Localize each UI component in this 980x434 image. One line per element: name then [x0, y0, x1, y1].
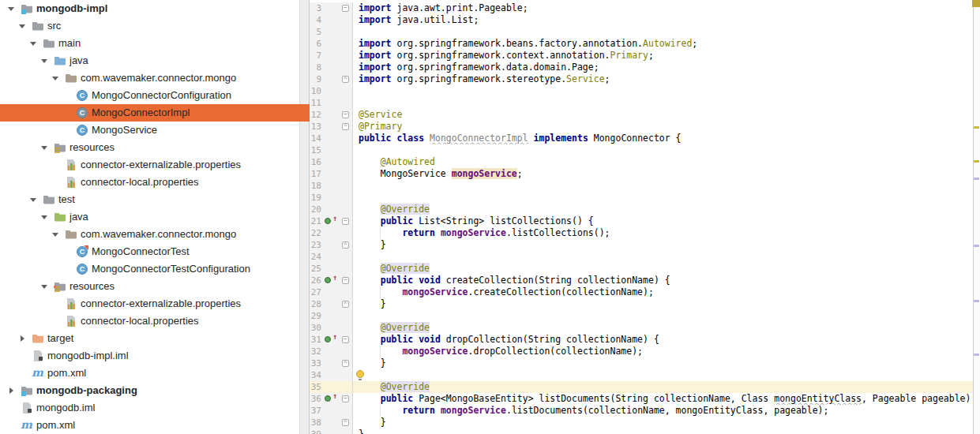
code-line[interactable]: 18 [310, 180, 980, 192]
tree-item-mongoconnectorimpl[interactable]: CMongoConnectorImpl [0, 104, 310, 122]
code-line[interactable]: 16 @Autowired [310, 156, 980, 168]
code-line[interactable]: 37 return mongoService.listDocuments(col… [310, 405, 980, 417]
tree-item-pom-xml[interactable]: mpom.xml [0, 365, 310, 382]
fold-marker-icon[interactable]: − [342, 111, 349, 118]
code-line[interactable]: 36↑− public Page<MongoBaseEntity> listDo… [310, 393, 980, 405]
fold-marker-icon[interactable]: − [342, 218, 349, 225]
code-line[interactable]: 32 mongoService.dropCollection(collectio… [310, 346, 980, 357]
tree-item-mongodb-impl-iml[interactable]: mongodb-impl.iml [0, 347, 310, 365]
fold-marker-icon[interactable]: − [342, 395, 349, 402]
stripe-mark-warning[interactable] [974, 126, 979, 129]
code-line[interactable]: 13^@Primary [310, 121, 980, 133]
error-stripe-scrollbar[interactable] [973, 0, 980, 434]
code-line[interactable]: 34 [310, 369, 980, 381]
fold-marker-icon[interactable]: ^ [342, 241, 349, 249]
stripe-mark-warning[interactable] [974, 160, 979, 163]
tree-item-java[interactable]: java [0, 208, 310, 226]
stripe-mark-ident[interactable] [974, 354, 979, 356]
fold-marker-icon[interactable]: ^ [342, 419, 349, 426]
code-line[interactable]: 4import java.util.List; [310, 14, 980, 26]
tree-item-resources[interactable]: resources [0, 139, 310, 156]
code-line[interactable]: 8import org.springframework.data.domain.… [310, 62, 980, 73]
tree-item-mongoconnectortestconfiguration[interactable]: CMongoConnectorTestConfiguration [0, 260, 310, 278]
code-line[interactable]: 29 [310, 310, 980, 322]
tree-item-connector-externalizable-properties[interactable]: connector-externalizable.properties [0, 295, 310, 312]
code-line[interactable]: 20 @Override [310, 204, 980, 215]
tree-item-com-wavemaker-connector-mongo[interactable]: com.wavemaker.connector.mongo [0, 226, 310, 243]
tree-item-mongoconnectorconfiguration[interactable]: CMongoConnectorConfiguration [0, 87, 310, 104]
code-line[interactable]: 12−@Service [310, 109, 980, 121]
fold-marker-icon[interactable]: ^ [342, 123, 349, 130]
collapse-arrow-icon[interactable] [52, 230, 60, 238]
fold-marker-icon[interactable]: ^ [342, 301, 349, 308]
code-line[interactable]: 35 @Override [310, 381, 980, 393]
code-line[interactable]: 39} [310, 428, 980, 434]
code-line[interactable]: 17 MongoService mongoService; [310, 168, 980, 180]
tree-item-mongoconnectortest[interactable]: CMongoConnectorTest [0, 243, 310, 260]
code-line[interactable]: 15 [310, 144, 980, 156]
stripe-mark-ident[interactable] [974, 178, 979, 180]
expand-arrow-icon[interactable] [8, 387, 16, 395]
code-line[interactable]: 11 [310, 97, 980, 109]
override-method-gutter-icon[interactable]: ↑ [323, 275, 340, 286]
tree-item-mongodb-impl[interactable]: mongodb-impl [0, 0, 310, 17]
tree-item-mongoservice[interactable]: CMongoService [0, 122, 310, 139]
tree-item-connector-externalizable-properties[interactable]: connector-externalizable.properties [0, 156, 310, 174]
tree-item-mongodb-packaging[interactable]: mongodb-packaging [0, 382, 310, 399]
code-line[interactable]: 21↑− public List<String> listCollections… [310, 215, 980, 227]
collapse-arrow-icon[interactable] [8, 5, 16, 13]
collapse-arrow-icon[interactable] [19, 22, 27, 30]
code-line[interactable]: 26↑− public void createCollection(String… [310, 275, 980, 286]
collapse-arrow-icon[interactable] [30, 196, 38, 204]
code-line[interactable]: 24 [310, 251, 980, 263]
expand-arrow-icon[interactable] [19, 335, 27, 342]
collapse-arrow-icon[interactable] [30, 39, 38, 47]
tree-item-mongodb-iml[interactable]: mongodb.iml [0, 399, 310, 417]
intention-bulb-icon[interactable] [356, 370, 364, 378]
code-line[interactable]: 7import org.springframework.context.anno… [310, 50, 980, 62]
code-line[interactable]: 19 [310, 192, 980, 204]
code-editor[interactable]: 3−import java.awt.print.Pageable;4import… [310, 0, 980, 434]
tree-item-pom-xml[interactable]: mpom.xml [0, 417, 310, 434]
collapse-arrow-icon[interactable] [41, 282, 49, 290]
tree-item-com-wavemaker-connector-mongo[interactable]: com.wavemaker.connector.mongo [0, 69, 310, 87]
collapse-arrow-icon[interactable] [41, 57, 49, 65]
code-line[interactable]: 6import org.springframework.beans.factor… [310, 38, 980, 50]
collapse-arrow-icon[interactable] [52, 74, 60, 82]
stripe-mark-ident[interactable] [974, 245, 979, 247]
override-method-gutter-icon[interactable]: ↑ [323, 393, 340, 405]
fold-marker-icon[interactable]: − [342, 277, 349, 284]
code-line[interactable]: 33^ } [310, 357, 980, 369]
code-line[interactable]: 14public class MongoConnectorImpl implem… [310, 133, 980, 144]
tree-item-connector-local-properties[interactable]: connector-local.properties [0, 174, 310, 191]
tree-item-target[interactable]: target [0, 330, 310, 347]
fold-marker-icon[interactable]: ^ [342, 76, 349, 83]
code-line[interactable]: 30 @Override [310, 322, 980, 334]
tree-item-main[interactable]: main [0, 35, 310, 52]
code-line[interactable]: 10 [310, 85, 980, 97]
collapse-arrow-icon[interactable] [41, 213, 49, 221]
tree-item-java[interactable]: java [0, 52, 310, 69]
tree-item-test[interactable]: test [0, 191, 310, 208]
override-method-gutter-icon[interactable]: ↑ [323, 215, 340, 227]
stripe-mark-ident[interactable] [974, 300, 979, 302]
fold-marker-icon[interactable]: − [342, 5, 349, 12]
inspection-status-icon[interactable] [972, 0, 980, 7]
collapse-arrow-icon[interactable] [41, 144, 49, 152]
code-line[interactable]: 5 [310, 26, 980, 38]
code-line[interactable]: 25 @Override [310, 263, 980, 275]
code-line[interactable]: 3−import java.awt.print.Pageable; [310, 2, 980, 14]
code-line[interactable]: 22 return mongoService.listCollections()… [310, 227, 980, 239]
code-line[interactable]: 38^ } [310, 417, 980, 428]
override-method-gutter-icon[interactable]: ↑ [323, 334, 340, 346]
code-line[interactable]: 28^ } [310, 298, 980, 310]
fold-marker-icon[interactable]: − [342, 336, 349, 343]
tree-item-connector-local-properties[interactable]: connector-local.properties [0, 312, 310, 330]
code-line[interactable]: 9^import org.springframework.stereotype.… [310, 73, 980, 85]
tree-item-src[interactable]: src [0, 17, 310, 35]
code-line[interactable]: 27 mongoService.createCollection(collect… [310, 286, 980, 298]
fold-marker-icon[interactable]: ^ [342, 360, 349, 367]
code-line[interactable]: 23^ } [310, 239, 980, 251]
tree-item-resources[interactable]: resources [0, 278, 310, 295]
code-line[interactable]: 31↑− public void dropCollection(String c… [310, 334, 980, 346]
